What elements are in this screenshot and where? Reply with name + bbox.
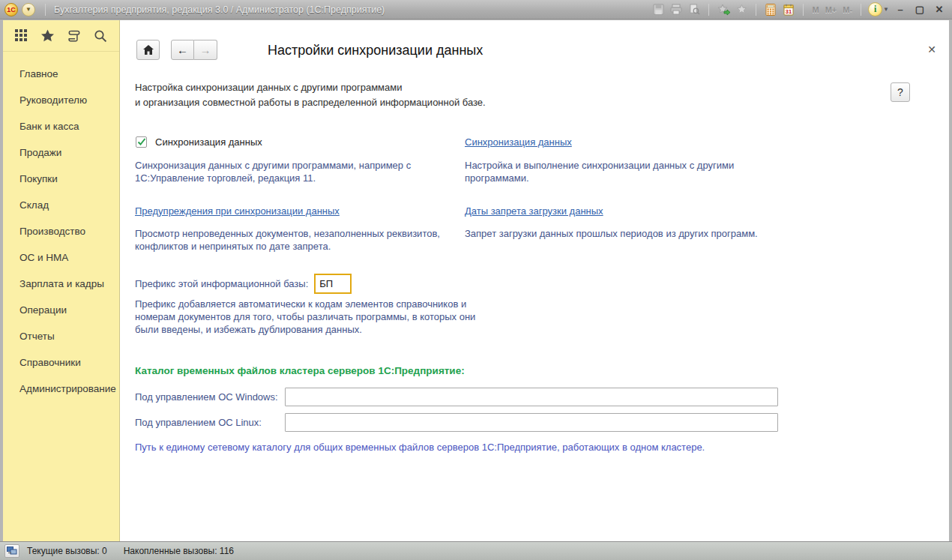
close-page-icon[interactable]: ✕ [924, 41, 940, 58]
search-icon[interactable] [94, 29, 107, 43]
home-icon [143, 45, 154, 55]
sidebar-item-zarplata-i-kadry[interactable]: Зарплата и кадры [3, 271, 119, 297]
sync-settings-link[interactable]: Синхронизация данных [465, 136, 572, 148]
divider [45, 4, 46, 16]
temp-catalog-heading: Каталог временных файлов кластера сервер… [135, 365, 465, 376]
sync-checkbox-label[interactable]: Синхронизация данных [155, 136, 262, 148]
main-content: ← → Настройки синхронизации данных ✕ Нас… [120, 20, 949, 541]
divider [756, 4, 756, 16]
favorites-star-icon[interactable] [40, 29, 55, 43]
minimize-button[interactable]: – [892, 3, 909, 16]
sidebar-item-spravochniki[interactable]: Справочники [3, 349, 119, 376]
memory-plus-button[interactable]: M+ [824, 5, 839, 14]
main-menu-dropdown-button[interactable]: ▼ [22, 3, 35, 16]
print-icon[interactable] [669, 2, 684, 17]
ban-dates-link[interactable]: Даты запрета загрузки данных [465, 205, 603, 217]
add-to-favorites-icon[interactable] [716, 2, 731, 17]
linux-path-input[interactable] [285, 413, 778, 432]
prefix-input[interactable] [314, 274, 352, 294]
sidebar-item-sklad[interactable]: Склад [3, 192, 119, 218]
help-button[interactable]: ? [891, 82, 910, 102]
close-window-button[interactable]: ✕ [931, 3, 948, 16]
sync-warnings-link[interactable]: Предупреждения при синхронизации данных [135, 205, 340, 217]
sidebar-item-glavnoe[interactable]: Главное [3, 61, 119, 87]
sidebar: Главное Руководителю Банк и касса Продаж… [3, 20, 120, 541]
home-button[interactable] [136, 40, 160, 60]
history-icon[interactable] [67, 29, 81, 43]
sidebar-item-bank-i-kassa[interactable]: Банк и касса [3, 113, 119, 139]
window-titlebar: 1C ▼ Бухгалтерия предприятия, редакция 3… [0, 0, 952, 19]
maximize-button[interactable]: ▢ [912, 3, 928, 16]
sync-warnings-description: Просмотр непроведенных документов, незап… [135, 227, 476, 253]
performance-indicator-icon[interactable] [4, 544, 19, 558]
check-icon [137, 138, 146, 146]
linux-path-label: Под управлением ОС Linux: [135, 417, 285, 428]
windows-path-input[interactable] [285, 388, 778, 406]
memory-minus-button[interactable]: M- [841, 5, 854, 14]
sections-grid-icon[interactable] [15, 29, 28, 42]
back-button[interactable]: ← [171, 40, 194, 60]
info-icon: i [868, 2, 882, 16]
current-calls-counter: Текущие вызовы: 0 [27, 546, 107, 556]
temp-catalog-note: Путь к единому сетевому каталогу для общ… [135, 442, 705, 453]
prefix-label: Префикс этой информационной базы: [135, 278, 308, 289]
sidebar-item-pokupki[interactable]: Покупки [3, 166, 119, 192]
sidebar-item-administrirovanie[interactable]: Администрирование [3, 376, 119, 402]
windows-path-row: Под управлением ОС Windows: [135, 388, 778, 406]
accumulated-calls-counter: Накопленные вызовы: 116 [124, 546, 234, 556]
divider [803, 4, 804, 16]
sidebar-item-otchety[interactable]: Отчеты [3, 323, 119, 349]
windows-path-label: Под управлением ОС Windows: [135, 391, 285, 403]
sidebar-item-rukovoditelyu[interactable]: Руководителю [3, 87, 119, 113]
calendar-icon[interactable]: 31 [781, 2, 796, 17]
save-icon[interactable] [651, 2, 666, 17]
calculator-icon[interactable] [763, 2, 778, 17]
sidebar-item-operacii[interactable]: Операции [3, 297, 119, 323]
sync-checkbox-description: Синхронизация данных с другими программа… [135, 159, 476, 184]
app-logo-icon: 1C [4, 3, 18, 16]
forward-button[interactable]: → [194, 40, 217, 60]
sync-checkbox[interactable] [136, 136, 147, 148]
prefix-description: Префикс добавляется автоматически к кода… [135, 298, 483, 336]
page-title: Настройки синхронизации данных [268, 43, 483, 58]
linux-path-row: Под управлением ОС Linux: [135, 413, 778, 432]
section-menu: Главное Руководителю Банк и касса Продаж… [3, 52, 119, 402]
print-preview-icon[interactable] [687, 2, 702, 17]
info-button[interactable]: i ▼ [868, 2, 889, 16]
favorites-icon[interactable] [734, 2, 749, 17]
chevron-down-icon: ▼ [883, 6, 889, 13]
prefix-row: Префикс этой информационной базы: [135, 274, 352, 294]
sidebar-item-proizvodstvo[interactable]: Производство [3, 218, 119, 244]
divider [861, 4, 861, 16]
sidebar-item-prodazhi[interactable]: Продажи [3, 139, 119, 166]
window-title: Бухгалтерия предприятия, редакция 3.0 / … [54, 4, 385, 15]
sidebar-item-os-i-nma[interactable]: ОС и НМА [3, 244, 119, 271]
divider [708, 4, 709, 16]
ban-dates-description: Запрет загрузки данных прошлых периодов … [465, 227, 780, 240]
svg-text:31: 31 [786, 8, 792, 15]
page-description: Настройка синхронизации данных с другими… [135, 80, 486, 110]
memory-recall-button[interactable]: M [810, 5, 820, 14]
sync-settings-description: Настройка и выполнение синхронизации дан… [465, 159, 757, 184]
sync-checkbox-row: Синхронизация данных [136, 136, 262, 148]
status-bar: Текущие вызовы: 0 Накопленные вызовы: 11… [0, 541, 952, 560]
